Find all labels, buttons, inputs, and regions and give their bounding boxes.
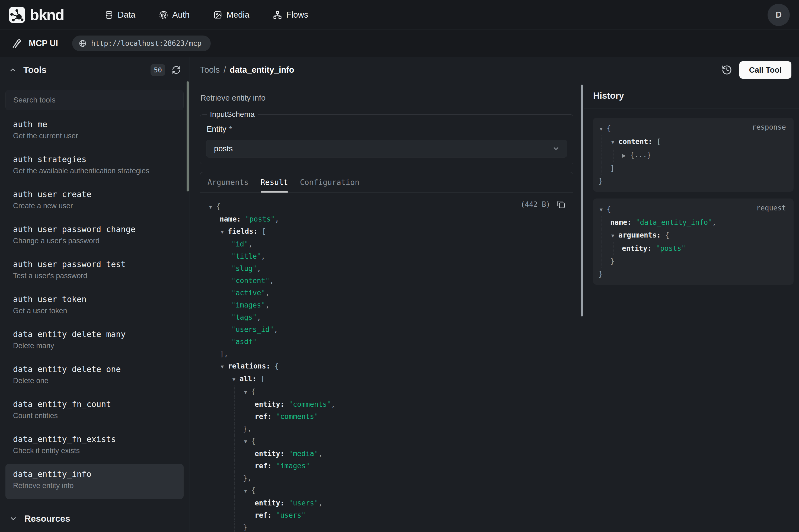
server-url-pill[interactable]: http://localhost:28623/mcp: [72, 36, 211, 51]
history-icon[interactable]: [721, 64, 732, 75]
tab-configuration[interactable]: Configuration: [300, 172, 359, 192]
brand-name: bknd: [30, 6, 64, 24]
tool-name: auth_user_create: [13, 190, 177, 199]
brand[interactable]: bknd: [9, 6, 64, 24]
tool-description: Change a user's password: [13, 237, 177, 245]
nav-item-data[interactable]: Data: [105, 10, 135, 20]
tool-detail-panel: Retrieve entity info InputSchema Entity*…: [190, 83, 584, 532]
history-title: History: [593, 91, 624, 101]
tree-toggle-icon[interactable]: ▼: [243, 435, 251, 448]
json-line: ▼{: [598, 203, 786, 216]
json-line: name: "posts",: [208, 213, 566, 225]
call-tool-button[interactable]: Call Tool: [739, 61, 792, 79]
json-line: "id",: [208, 238, 566, 250]
json-line: ▼{: [598, 122, 786, 135]
tool-list-item-data_entity_fn_count[interactable]: data_entity_fn_countCount entities: [5, 394, 184, 429]
tab-arguments[interactable]: Arguments: [208, 172, 249, 192]
tool-list-item-data_entity_fn_exists[interactable]: data_entity_fn_existsCheck if entity exi…: [5, 429, 184, 464]
resources-section-header[interactable]: Resources: [0, 505, 190, 532]
chevron-down-icon: [552, 145, 560, 152]
result-card: ArgumentsResultConfiguration (442 B): [200, 172, 573, 532]
tree-toggle-icon[interactable]: ▼: [208, 201, 216, 213]
nav-item-media[interactable]: Media: [213, 10, 249, 20]
tool-description: Count entities: [13, 412, 177, 420]
tool-description: Delete one: [13, 377, 177, 385]
tree-toggle-icon[interactable]: ▼: [598, 203, 607, 216]
tool-list-item-data_entity_info[interactable]: data_entity_infoRetrieve entity info: [5, 464, 184, 499]
sidebar-scrollbar-thumb[interactable]: [187, 81, 189, 191]
database-icon: [105, 11, 113, 19]
nav-item-flows[interactable]: Flows: [273, 10, 308, 20]
json-line: ▼content: [: [598, 135, 786, 149]
breadcrumb-section[interactable]: Tools: [200, 65, 220, 75]
tree-toggle-icon[interactable]: ▼: [231, 373, 240, 385]
tool-list-item-auth_user_password_test[interactable]: auth_user_password_testTest a user's pas…: [5, 254, 184, 289]
json-line: "content",: [208, 275, 566, 287]
tool-description: Get the current user: [13, 132, 177, 140]
tree-toggle-icon[interactable]: ▼: [598, 122, 607, 135]
tool-name: data_entity_delete_one: [13, 364, 177, 374]
primary-nav: DataAuthMediaFlows: [105, 10, 767, 20]
history-entry-response[interactable]: response▼{▼content: [▶{...}]}: [593, 118, 794, 192]
entity-select[interactable]: posts: [206, 140, 567, 157]
tree-toggle-icon[interactable]: ▼: [220, 361, 228, 373]
json-line: "active",: [208, 287, 566, 299]
json-line: ]: [598, 162, 786, 175]
json-line: ▼arguments: {: [598, 229, 786, 242]
history-json-viewer: ▼{▼content: [▶{...}]}: [598, 122, 786, 187]
json-line: entity: "comments",: [208, 398, 566, 411]
tab-row: ArgumentsResultConfiguration: [200, 172, 573, 193]
tool-list-item-auth_user_token[interactable]: auth_user_tokenGet a user token: [5, 289, 184, 324]
tool-name: auth_me: [13, 119, 177, 129]
tool-name: auth_user_token: [13, 294, 177, 304]
bknd-logo-icon: [9, 7, 25, 23]
entity-field-label: Entity*: [207, 125, 567, 134]
history-entry-request[interactable]: request▼{name: "data_entity_info",▼argum…: [593, 198, 794, 285]
json-line: ref: "comments": [208, 411, 566, 423]
json-line: "images",: [208, 299, 566, 311]
tab-result[interactable]: Result: [261, 172, 288, 192]
chevron-up-icon[interactable]: [9, 66, 17, 74]
tool-header: Tools / data_entity_info Call Tool: [190, 57, 799, 83]
entity-select-value: posts: [214, 144, 233, 153]
search-input[interactable]: [5, 90, 184, 110]
json-line: ▼relations: {: [208, 360, 566, 373]
json-line: entity: "users",: [208, 497, 566, 509]
tree-toggle-icon[interactable]: ▼: [220, 226, 228, 238]
tree-toggle-icon[interactable]: ▼: [243, 485, 251, 497]
tree-toggle-icon[interactable]: ▼: [610, 229, 619, 242]
tool-list-item-auth_user_create[interactable]: auth_user_createCreate a new user: [5, 184, 184, 219]
tool-name: auth_strategies: [13, 155, 177, 164]
json-line: "title",: [208, 250, 566, 263]
json-line: ▼fields: [: [208, 225, 566, 238]
image-icon: [213, 11, 222, 19]
main-scrollbar-thumb[interactable]: [581, 84, 583, 317]
tool-name: auth_user_password_change: [13, 225, 177, 234]
tool-name: data_entity_fn_count: [13, 399, 177, 409]
tool-list: auth_meGet the current userauth_strategi…: [0, 114, 190, 505]
breadcrumb: Tools / data_entity_info: [200, 65, 721, 75]
tree-toggle-icon[interactable]: ▶: [622, 149, 630, 162]
tool-list-item-auth_strategies[interactable]: auth_strategiesGet the available authent…: [5, 149, 184, 184]
tool-list-item-data_entity_delete_many[interactable]: data_entity_delete_manyDelete many: [5, 324, 184, 359]
mcp-bar: MCP UI http://localhost:28623/mcp: [0, 30, 799, 57]
json-line: ▼all: [: [208, 373, 566, 385]
tree-toggle-icon[interactable]: ▼: [610, 136, 619, 149]
refresh-icon[interactable]: [172, 65, 181, 75]
json-line: ref: "images": [208, 460, 566, 472]
json-line: ▼{: [208, 435, 566, 448]
tools-count-badge: 50: [151, 64, 165, 76]
json-line: ▶{...}: [598, 149, 786, 162]
tool-description: Retrieve entity info: [13, 481, 177, 490]
nav-item-auth[interactable]: Auth: [159, 10, 190, 20]
json-line: },: [208, 423, 566, 435]
chevron-down-icon: [9, 515, 17, 523]
tool-list-item-auth_user_password_change[interactable]: auth_user_password_changeChange a user's…: [5, 219, 184, 254]
json-line: entity: "media",: [208, 448, 566, 460]
tool-list-item-data_entity_delete_one[interactable]: data_entity_delete_oneDelete one: [5, 359, 184, 394]
result-json-viewer: (442 B) ▼{name: "posts",▼fields: ["id","…: [200, 193, 573, 532]
history-header: History: [584, 83, 799, 109]
avatar[interactable]: D: [767, 4, 790, 26]
tool-list-item-auth_me[interactable]: auth_meGet the current user: [5, 114, 184, 149]
tree-toggle-icon[interactable]: ▼: [243, 386, 251, 398]
